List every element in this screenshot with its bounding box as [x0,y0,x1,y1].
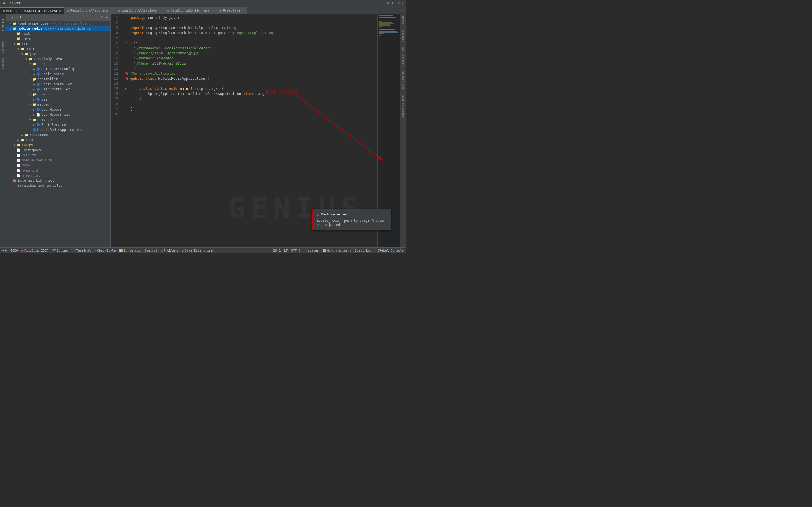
project-title[interactable]: Project [8,1,20,5]
sync-icon[interactable]: ⟳ [387,1,390,5]
tree-mvnw-cmd[interactable]: 📄 mvnw.cmd [6,168,110,173]
folder-icon: 📁 [20,47,25,51]
tab-user-close[interactable]: × [159,9,161,12]
tree-mobile-redis[interactable]: ▼ 📁 mobile_redis ~/work/java_study/mobil… [6,26,110,31]
run-gutter-icon: 🔖 [125,76,129,81]
key-promoter-btn[interactable]: Key Promoter [401,46,405,67]
tree-iml[interactable]: 📄 mobile_redis.iml [6,158,110,163]
tree-domain[interactable]: ▼ 📁 domain [6,92,110,97]
tree-resources[interactable]: ▶ 📁 resources [6,132,110,137]
minimize-icon[interactable]: — [395,1,397,5]
tab-user[interactable]: UserController.java × [115,7,164,14]
terminal-btn[interactable]: ⬛ Terminal [71,249,91,252]
tree-external-libs[interactable]: ▶ 📚 External Libraries [6,178,110,183]
tree-gitignore[interactable]: 📄 .gitignore [6,148,110,153]
tab-main-close[interactable]: × [59,9,61,12]
right-sidebar: Maven Database Key Promoter RestServices… [400,14,406,247]
panel-sync-icon[interactable]: ⟳ [101,15,103,19]
tab-datasource[interactable]: DataSourceConfig.java × [164,7,216,14]
xml-icon: 📄 [36,112,41,117]
file-icon: 📄 [16,163,21,168]
tree-test[interactable]: ▶ 📁 test [6,137,110,143]
tree-rediscontroller[interactable]: ▶ 🔵 RedisController [6,82,110,87]
structure-panel-btn[interactable]: 1: Project [1,18,5,34]
findbugs-btn[interactable]: ● FindBugs-IDEA [21,249,49,252]
file-icon: 📄 [16,148,21,152]
tree-main[interactable]: ▼ 📁 main [6,46,110,51]
tree-usercontroller[interactable]: ▶ 🔵 UserController [6,87,110,92]
close-icon[interactable]: × [402,1,404,5]
tree-usermapper[interactable]: ▶ 🔵 UserMapper [6,107,110,112]
tree-arrow: ▶ [8,179,12,182]
vcs-btn[interactable]: 🔀 9: Version Control [119,249,157,252]
popup-title-text: Push rejected [320,212,347,216]
editor-area: GENIUS 1 2 3 4 5 6 7 8 9 10 11 12 13 14 … [110,14,400,247]
tree-git[interactable]: ▶ 📁 .git [6,31,110,36]
tree-usermapper-xml[interactable]: ▶ 📄 UserMapper.xml [6,112,110,117]
tab-redis-close[interactable]: × [110,9,112,12]
jrebel-btn[interactable]: ⚡ JRebel Console [375,249,404,252]
maven-panel-btn[interactable]: Maven [401,15,405,25]
config-icon[interactable]: ⚙ [391,1,393,5]
todo-btn[interactable]: ≡ 6: TODO [2,249,18,252]
code-line-17: } [125,96,374,101]
tree-scratches[interactable]: ▶ ✏ Scratches and Consoles [6,183,110,188]
tab-main[interactable]: MobileRedisApplication.java × [0,7,64,14]
tab-redis[interactable]: RedisController.java × [64,7,115,14]
folder-icon: 📁 [16,41,21,46]
code-line-7: * @MethodName: MobileRedisApplication [125,46,374,51]
encoding-indicator[interactable]: UTF-8 [291,249,301,252]
xml-icon: 📄 [16,173,21,178]
tree-redisservice[interactable]: ▶ 🔵 RedisService [6,122,110,127]
spring-btn[interactable]: 🌱 Spring [52,249,68,252]
tab-user2-close[interactable]: × [242,9,244,12]
favorites-btn[interactable]: Favorites [1,57,5,71]
popup-title: ⚠ Push rejected [317,212,387,217]
push-rejected-popup[interactable]: ⚠ Push rejected mobile_redis: push to or… [312,209,391,230]
tab-user2[interactable]: User.java × [216,7,247,14]
tree-mvn[interactable]: ▶ 📁 .mvn [6,36,110,41]
tree-arrow: ▼ [16,47,20,50]
structure-btn[interactable]: Structure [1,40,5,54]
maximize-icon[interactable]: ☐ [398,1,400,5]
tree-datasourceconfig[interactable]: ▶ 🔵 DataSourceConfig [6,66,110,71]
panel-header: Project ⟳ ⚙ [6,14,110,21]
tree-arrow: ▶ [32,123,36,126]
tree-service[interactable]: ▼ 📁 service [6,117,110,122]
lf-indicator[interactable]: LF [284,249,288,252]
checkstyle-btn[interactable]: ✓ CheckStyle [94,249,116,252]
tree-src[interactable]: ▼ 📁 src [6,41,110,46]
panel-title: Project [8,15,21,19]
rest-services-btn[interactable]: RestServices [401,70,405,91]
tree-java[interactable]: ▼ 📁 java [6,51,110,56]
database-panel-btn[interactable]: Database [401,29,405,43]
java-enterprise-btn[interactable]: ☕ Java Enterprise [182,249,213,252]
tree-mapper[interactable]: ▼ 📁 mapper [6,102,110,107]
tab-datasource-close[interactable]: × [212,9,213,12]
tree-arrow: ▶ [32,113,36,116]
panel-gear-icon[interactable]: ⚙ [106,15,108,19]
tree-redisconfig[interactable]: ▶ 🔵 RedisConfig [6,71,110,76]
tree-arrow: ▼ [28,78,32,81]
tree-arrow: ▶ [8,184,12,187]
tree-help-md[interactable]: 📄 HELP.md [6,153,110,158]
tree-arrow: ▶ [32,98,36,101]
indent-indicator[interactable]: 4 spaces [304,249,319,252]
tree-mobile-redis-app[interactable]: 🔵 MobileRedisApplication [6,127,110,132]
project-tree: ▶ 📁 load_properties ~/work/java_study/lo… [6,21,110,188]
tree-target[interactable]: ▼ 📁 target [6,143,110,148]
tree-user-class[interactable]: ▶ 🔵 User [6,97,110,102]
git-indicator[interactable]: 🔀 Git: master ↑ [322,249,351,252]
tree-com-study[interactable]: ▼ 📁 com.study.java [6,56,110,61]
bean-validation-btn[interactable]: Bean Validation [401,94,405,119]
tree-arrow: ▶ [32,68,36,71]
event-log-btn[interactable]: Event Log [355,249,371,252]
tree-mvnw[interactable]: 📄 mvnw [6,163,110,168]
tree-pom-xml[interactable]: 📄 m pom.xml [6,173,110,178]
tree-load-properties[interactable]: ▶ 📁 load_properties ~/work/java_study/lo… [6,21,110,26]
problems-btn[interactable]: ⚠ Problems [161,249,179,252]
folder-icon: 📁 [32,117,37,122]
tree-controller[interactable]: ▼ 📁 controller [6,76,110,82]
tree-arrow: ▼ [28,93,32,96]
tree-config[interactable]: ▼ 📁 config [6,61,110,66]
